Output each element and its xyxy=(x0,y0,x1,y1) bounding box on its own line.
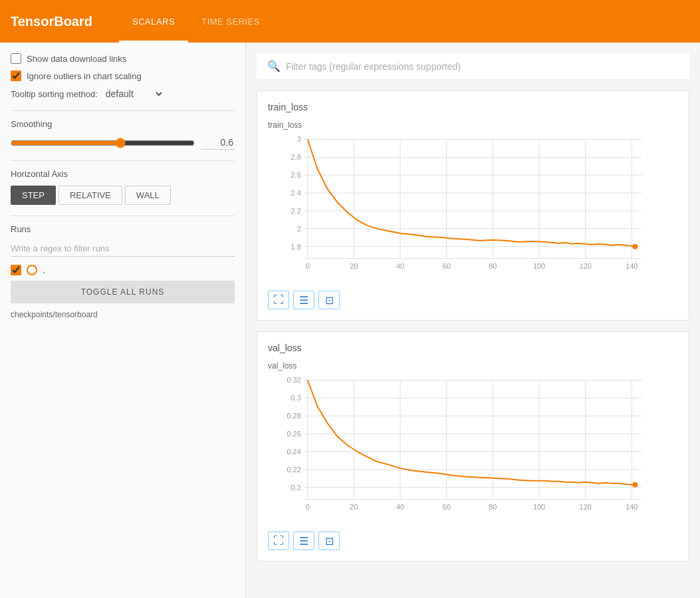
svg-text:2.2: 2.2 xyxy=(291,207,301,215)
val-loss-list-btn[interactable]: ☰ xyxy=(293,531,314,550)
svg-text:140: 140 xyxy=(626,262,638,270)
svg-text:1.8: 1.8 xyxy=(291,243,301,251)
horizontal-axis-label: Horizontal Axis xyxy=(11,169,235,179)
train-loss-card-title: train_loss xyxy=(268,102,678,112)
svg-text:80: 80 xyxy=(489,262,497,270)
val-loss-svg: 0.32 0.3 0.28 0.26 0.24 0.22 0.2 0 20 40… xyxy=(268,373,678,526)
svg-text:80: 80 xyxy=(489,503,497,511)
train-loss-list-btn[interactable]: ☰ xyxy=(293,291,314,309)
sidebar: Show data download links Ignore outliers… xyxy=(0,43,246,598)
svg-text:0.2: 0.2 xyxy=(291,484,301,492)
settings-section: Show data download links Ignore outliers… xyxy=(11,53,235,100)
download-links-row: Show data download links xyxy=(11,53,235,64)
ignore-outliers-label: Ignore outliers in chart scaling xyxy=(27,71,142,81)
svg-text:0.3: 0.3 xyxy=(291,394,301,402)
axis-btn-relative[interactable]: RELATIVE xyxy=(58,186,122,205)
train-loss-expand-btn[interactable]: ⛶ xyxy=(268,291,289,309)
train-loss-chart-container: 3 2.8 2.6 2.4 2.2 2 1.8 0 20 40 60 80 10… xyxy=(268,132,678,285)
svg-text:0.32: 0.32 xyxy=(287,376,300,384)
runs-section: Runs . TOGGLE ALL RUNS checkpoints/tenso… xyxy=(11,224,235,319)
svg-text:0.22: 0.22 xyxy=(287,466,300,474)
svg-text:60: 60 xyxy=(443,503,451,511)
app-layout: Show data download links Ignore outliers… xyxy=(0,43,700,598)
train-loss-card: train_loss train_loss xyxy=(257,90,689,321)
svg-text:0: 0 xyxy=(306,503,310,511)
axis-buttons-group: STEP RELATIVE WALL xyxy=(11,186,235,205)
smoothing-label: Smoothing xyxy=(11,119,235,129)
download-links-label: Show data download links xyxy=(27,54,126,64)
val-loss-fit-btn[interactable]: ⊡ xyxy=(318,531,340,550)
svg-text:2.8: 2.8 xyxy=(291,153,301,161)
axis-btn-step[interactable]: STEP xyxy=(11,186,56,205)
svg-text:0.24: 0.24 xyxy=(287,448,300,456)
svg-text:40: 40 xyxy=(396,503,404,511)
divider-3 xyxy=(11,216,235,216)
tooltip-sorting-label: Tooltip sorting method: xyxy=(11,89,98,99)
svg-text:2.4: 2.4 xyxy=(291,189,301,197)
divider-2 xyxy=(11,160,235,161)
svg-text:0.26: 0.26 xyxy=(287,430,300,438)
tag-filter-input[interactable] xyxy=(286,61,679,72)
app-logo: TensorBoard xyxy=(11,14,92,29)
tooltip-sorting-row: Tooltip sorting method: default ascendin… xyxy=(11,88,235,100)
svg-text:40: 40 xyxy=(396,262,404,270)
divider-1 xyxy=(11,110,235,111)
nav-tabs: SCALARS TIME SERIES xyxy=(119,0,273,43)
header: TensorBoard SCALARS TIME SERIES xyxy=(0,0,700,43)
svg-text:60: 60 xyxy=(443,262,451,270)
main-content: 🔍 train_loss train_loss xyxy=(246,43,700,598)
val-loss-actions: ⛶ ☰ ⊡ xyxy=(268,531,678,550)
svg-text:120: 120 xyxy=(580,503,592,511)
smoothing-row xyxy=(11,136,235,150)
svg-point-63 xyxy=(632,482,638,488)
toggle-all-button[interactable]: TOGGLE ALL RUNS xyxy=(11,281,235,303)
train-loss-svg: 3 2.8 2.6 2.4 2.2 2 1.8 0 20 40 60 80 10… xyxy=(268,132,678,285)
download-links-checkbox[interactable] xyxy=(11,53,21,64)
runs-label: Runs xyxy=(11,224,235,234)
search-icon: 🔍 xyxy=(267,60,281,73)
val-loss-chart-container: 0.32 0.3 0.28 0.26 0.24 0.22 0.2 0 20 40… xyxy=(268,373,678,526)
svg-text:20: 20 xyxy=(350,503,358,511)
run-checkbox[interactable] xyxy=(11,265,21,275)
train-loss-fit-btn[interactable]: ⊡ xyxy=(318,291,340,309)
tab-scalars[interactable]: SCALARS xyxy=(119,0,188,43)
axis-btn-wall[interactable]: WALL xyxy=(125,186,171,205)
runs-filter-input[interactable] xyxy=(11,241,235,257)
smoothing-section: Smoothing xyxy=(11,119,235,150)
svg-text:100: 100 xyxy=(533,503,545,511)
train-loss-chart-title: train_loss xyxy=(268,120,678,130)
svg-text:20: 20 xyxy=(350,262,358,270)
tooltip-sorting-select[interactable]: default ascending descending xyxy=(103,88,164,100)
run-color-indicator xyxy=(27,265,37,275)
tab-time-series[interactable]: TIME SERIES xyxy=(188,0,273,43)
svg-text:120: 120 xyxy=(580,262,592,270)
ignore-outliers-row: Ignore outliers in chart scaling xyxy=(11,71,235,81)
val-loss-chart-title: val_loss xyxy=(268,361,678,371)
svg-text:140: 140 xyxy=(626,503,638,511)
train-loss-actions: ⛶ ☰ ⊡ xyxy=(268,291,678,309)
smoothing-slider[interactable] xyxy=(11,138,195,148)
filter-bar: 🔍 xyxy=(257,53,689,80)
svg-text:2: 2 xyxy=(297,225,301,233)
svg-text:0.28: 0.28 xyxy=(287,412,300,420)
smoothing-value-input[interactable] xyxy=(201,136,235,150)
svg-text:0: 0 xyxy=(306,262,310,270)
svg-text:100: 100 xyxy=(533,262,545,270)
horizontal-axis-section: Horizontal Axis STEP RELATIVE WALL xyxy=(11,169,235,205)
val-loss-card-title: val_loss xyxy=(268,343,678,353)
val-loss-expand-btn[interactable]: ⛶ xyxy=(268,531,289,550)
svg-text:3: 3 xyxy=(297,135,301,143)
run-dot-label: . xyxy=(43,265,45,275)
val-loss-card: val_loss val_loss xyxy=(257,331,689,561)
run-item: . xyxy=(11,265,235,275)
ignore-outliers-checkbox[interactable] xyxy=(11,71,21,81)
svg-text:2.6: 2.6 xyxy=(291,171,301,179)
svg-point-31 xyxy=(632,244,638,249)
run-path-label: checkpoints/tensorboard xyxy=(11,310,235,319)
